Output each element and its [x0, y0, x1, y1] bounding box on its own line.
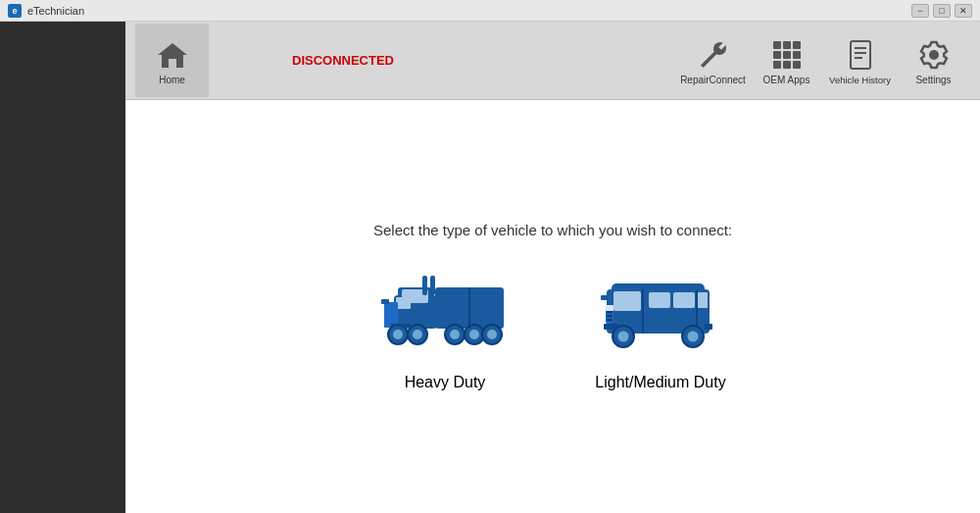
- svg-rect-39: [381, 299, 389, 304]
- svg-rect-38: [391, 324, 411, 327]
- svg-rect-60: [607, 327, 616, 330]
- main-area: Home DISCONNECTED RepairConnect: [125, 22, 980, 513]
- light-medium-duty-option[interactable]: Light/Medium Duty: [592, 268, 729, 391]
- home-label: Home: [159, 75, 185, 86]
- home-icon: [157, 39, 188, 71]
- settings-nav[interactable]: Settings: [897, 24, 970, 97]
- svg-rect-48: [607, 315, 612, 318]
- app-icon: e: [8, 4, 22, 18]
- oem-apps-label: OEM Apps: [763, 75, 810, 86]
- svg-rect-51: [606, 305, 613, 311]
- svg-rect-4: [773, 51, 781, 59]
- svg-rect-7: [773, 61, 781, 69]
- heavy-duty-label: Heavy Duty: [405, 374, 486, 391]
- app-title: eTechnician: [27, 5, 84, 17]
- minimize-button[interactable]: −: [911, 4, 929, 18]
- svg-rect-1: [773, 41, 781, 49]
- svg-rect-6: [793, 51, 801, 59]
- svg-rect-3: [793, 41, 801, 49]
- svg-point-34: [469, 330, 479, 339]
- svg-point-56: [618, 332, 629, 342]
- svg-rect-42: [613, 291, 641, 311]
- svg-point-28: [393, 330, 403, 339]
- title-bar: e eTechnician − □ ✕: [0, 0, 980, 22]
- repair-connect-nav[interactable]: RepairConnect: [676, 24, 750, 97]
- svg-rect-47: [607, 311, 612, 314]
- app-container: Home DISCONNECTED RepairConnect: [0, 22, 980, 513]
- svg-rect-45: [698, 292, 708, 308]
- light-medium-label: Light/Medium Duty: [595, 374, 725, 391]
- title-bar-left: e eTechnician: [8, 4, 84, 18]
- svg-point-30: [413, 330, 422, 339]
- svg-rect-5: [783, 51, 791, 59]
- title-bar-controls[interactable]: − □ ✕: [911, 4, 972, 18]
- svg-rect-18: [396, 297, 411, 309]
- repair-connect-label: RepairConnect: [680, 75, 746, 86]
- select-prompt: Select the type of vehicle to which you …: [373, 222, 732, 238]
- svg-rect-49: [607, 319, 612, 322]
- maximize-button[interactable]: □: [933, 4, 951, 18]
- svg-rect-26: [422, 276, 427, 295]
- svg-point-58: [688, 332, 699, 342]
- svg-rect-8: [783, 61, 791, 69]
- content-area: Select the type of vehicle to which you …: [125, 100, 980, 513]
- home-nav-item[interactable]: Home: [135, 24, 209, 97]
- toolbar-nav: RepairConnect: [676, 24, 970, 97]
- toolbar: Home DISCONNECTED RepairConnect: [125, 22, 980, 100]
- sidebar: [0, 22, 125, 513]
- vehicle-history-icon: [845, 39, 876, 71]
- svg-point-32: [450, 330, 460, 339]
- svg-marker-0: [158, 43, 187, 68]
- vehicle-options: Heavy Duty: [376, 268, 729, 391]
- svg-rect-59: [601, 295, 609, 300]
- svg-rect-54: [705, 324, 712, 330]
- close-button[interactable]: ✕: [955, 4, 972, 18]
- vehicle-history-nav[interactable]: Vehicle History: [823, 24, 897, 97]
- svg-rect-10: [851, 41, 870, 69]
- heavy-duty-option[interactable]: Heavy Duty: [376, 268, 514, 391]
- heavy-duty-icon: [376, 268, 514, 360]
- vehicle-history-label: Vehicle History: [829, 75, 891, 85]
- svg-rect-44: [673, 292, 695, 308]
- svg-rect-9: [793, 61, 801, 69]
- disconnected-status: DISCONNECTED: [292, 53, 394, 68]
- svg-rect-25: [430, 276, 435, 295]
- settings-icon: [918, 39, 950, 71]
- light-medium-duty-icon: [592, 268, 729, 360]
- settings-label: Settings: [915, 75, 951, 86]
- oem-apps-nav[interactable]: OEM Apps: [750, 24, 823, 97]
- svg-rect-2: [783, 41, 791, 49]
- svg-rect-43: [649, 292, 670, 308]
- oem-apps-icon: [771, 39, 803, 71]
- repair-connect-icon: [698, 39, 729, 71]
- svg-point-36: [487, 330, 497, 339]
